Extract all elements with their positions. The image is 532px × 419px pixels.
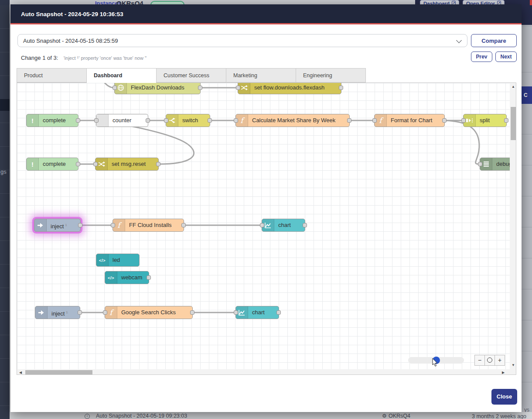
node-complete-1[interactable]: !complete bbox=[26, 114, 78, 127]
change-counter-label: Change 1 of 3: bbox=[21, 55, 58, 61]
node-format-for-chart[interactable]: fFormat for Chart bbox=[374, 114, 445, 127]
node-chart-2[interactable]: chart bbox=[235, 306, 279, 319]
output-port[interactable] bbox=[347, 118, 351, 123]
node-counter[interactable]: counter bbox=[96, 114, 148, 127]
page-header-band bbox=[522, 5, 532, 25]
output-port[interactable] bbox=[156, 162, 160, 166]
input-port[interactable] bbox=[372, 118, 377, 123]
mouse-cursor bbox=[432, 358, 438, 367]
output-port[interactable] bbox=[181, 223, 186, 227]
next-button[interactable]: Next bbox=[495, 52, 517, 62]
input-port[interactable] bbox=[260, 223, 264, 227]
exclamation-icon: ! bbox=[27, 114, 39, 127]
node-ff-cloud-installs[interactable]: fFF Cloud Installs bbox=[113, 219, 184, 232]
output-port[interactable] bbox=[76, 118, 80, 123]
zoom-in-button[interactable]: + bbox=[494, 355, 505, 366]
input-port[interactable] bbox=[236, 86, 240, 90]
snapshot-select[interactable]: Auto Snapshot - 2024-05-15 08:25:59 bbox=[17, 34, 467, 47]
input-port[interactable] bbox=[111, 223, 115, 227]
output-port[interactable] bbox=[190, 310, 194, 315]
output-port[interactable] bbox=[208, 118, 212, 123]
output-port[interactable] bbox=[146, 118, 150, 123]
input-port[interactable] bbox=[461, 118, 466, 123]
change-detail-text: 'inject ¹' property 'once' was 'true' no… bbox=[64, 55, 147, 61]
horizontal-scroll-thumb[interactable] bbox=[25, 370, 92, 374]
vertical-scroll-thumb[interactable] bbox=[511, 107, 516, 140]
snapshot-row-age: 3 months 2 weeks ago bbox=[472, 413, 526, 419]
node-label: set flow.downloads.flexdash bbox=[250, 83, 339, 94]
output-port[interactable] bbox=[76, 162, 80, 166]
corner-accent bbox=[530, 0, 532, 5]
output-port[interactable] bbox=[198, 86, 202, 90]
flow-tabs: ProductDashboardCustomer SuccessMarketin… bbox=[17, 68, 365, 82]
node-set-msg-reset[interactable]: set msg.reset bbox=[95, 158, 159, 171]
output-port[interactable] bbox=[276, 310, 281, 315]
node-label: chart bbox=[248, 306, 277, 319]
node-label: FlexDash Downloads bbox=[127, 83, 198, 94]
vertical-scrollbar[interactable]: ▲ ▼ bbox=[510, 83, 516, 369]
tab-customer-success[interactable]: Customer Success bbox=[156, 68, 226, 82]
tab-dashboard[interactable]: Dashboard bbox=[86, 68, 157, 83]
node-label: split bbox=[476, 114, 505, 127]
prev-button[interactable]: Prev bbox=[471, 52, 492, 62]
node-inject-2[interactable]: inject1 bbox=[35, 306, 80, 319]
snapshot-row-label: Auto Snapshot - 2024-05-19 09:23:03 bbox=[96, 413, 187, 419]
node-webcam[interactable]: </>webcam bbox=[105, 271, 149, 284]
node-google-search-clicks[interactable]: fGoogle Search Clicks bbox=[105, 306, 193, 319]
output-port[interactable] bbox=[78, 223, 82, 227]
output-port[interactable] bbox=[147, 275, 151, 280]
canvas-zoom-buttons: − + bbox=[474, 355, 505, 366]
scroll-up-icon[interactable]: ▲ bbox=[512, 85, 515, 89]
output-port[interactable] bbox=[442, 118, 447, 123]
node-split[interactable]: split bbox=[463, 114, 507, 127]
info-icon: i bbox=[85, 414, 90, 419]
output-port[interactable] bbox=[504, 118, 508, 123]
snapshot-table-edge: C ys bbox=[522, 25, 532, 412]
node-label: complete bbox=[39, 158, 76, 170]
node-label: switch bbox=[178, 114, 208, 127]
node-inject-1[interactable]: inject1 bbox=[34, 219, 81, 232]
flow-area[interactable]: FlexDash Downloadsset flow.downloads.fle… bbox=[17, 83, 510, 369]
tab-product[interactable]: Product bbox=[17, 68, 87, 82]
node-label: led bbox=[109, 254, 137, 266]
tab-engineering[interactable]: Engineering bbox=[296, 68, 366, 82]
zoom-out-button[interactable]: − bbox=[474, 355, 485, 366]
node-chart-1[interactable]: chart bbox=[262, 219, 305, 232]
horizontal-scrollbar[interactable]: ◀ ▶ bbox=[17, 369, 510, 375]
input-port[interactable] bbox=[478, 162, 482, 166]
output-port[interactable] bbox=[303, 223, 307, 227]
node-label: FF Cloud Installs bbox=[125, 219, 182, 231]
scrollbar-corner bbox=[510, 369, 516, 375]
input-port[interactable] bbox=[103, 310, 107, 315]
node-label: complete bbox=[39, 114, 76, 127]
compare-button[interactable]: Compare bbox=[471, 34, 517, 47]
node-switch[interactable]: switch bbox=[166, 114, 210, 127]
node-flexdash-downloads[interactable]: FlexDash Downloads bbox=[114, 83, 201, 94]
input-port[interactable] bbox=[94, 118, 99, 123]
tab-marketing[interactable]: Marketing bbox=[226, 68, 296, 82]
node-debug[interactable]: debug bbox=[480, 158, 510, 171]
node-complete-2[interactable]: !complete bbox=[26, 158, 78, 171]
compare-button-fragment[interactable]: C bbox=[522, 86, 532, 104]
input-port[interactable] bbox=[164, 118, 168, 123]
output-port[interactable] bbox=[339, 86, 343, 90]
zoom-reset-button[interactable] bbox=[484, 355, 495, 366]
input-port[interactable] bbox=[234, 310, 238, 315]
page-top-bar-left bbox=[0, 0, 10, 5]
input-port[interactable] bbox=[93, 162, 98, 166]
input-port[interactable] bbox=[234, 118, 238, 123]
scroll-left-icon[interactable]: ◀ bbox=[19, 371, 22, 374]
node-label: inject1 bbox=[47, 219, 78, 231]
close-button[interactable]: Close bbox=[491, 389, 517, 405]
snapshot-row-instance: OKRsQ4 bbox=[389, 413, 410, 419]
node-set-flow-downloads-flexdash[interactable]: set flow.downloads.flexdash bbox=[238, 83, 341, 94]
template-icon: </> bbox=[96, 254, 109, 266]
input-port[interactable] bbox=[113, 86, 117, 90]
scroll-down-icon[interactable]: ▼ bbox=[512, 363, 515, 367]
output-port[interactable] bbox=[78, 310, 82, 315]
sidebar-active-item[interactable] bbox=[0, 99, 10, 111]
node-led[interactable]: </>led bbox=[96, 254, 140, 267]
node-calculate-market-share[interactable]: fCalculate Market Share By Week bbox=[235, 114, 350, 127]
scroll-right-icon[interactable]: ▶ bbox=[502, 371, 505, 374]
inject-arrow-icon bbox=[35, 306, 48, 319]
